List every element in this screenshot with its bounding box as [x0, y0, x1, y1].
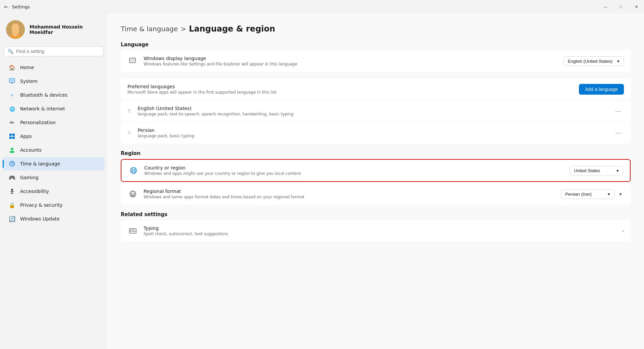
- svg-rect-9: [9, 134, 12, 136]
- chevron-down-icon: ▾: [617, 59, 620, 64]
- breadcrumb-current: Language & region: [189, 24, 275, 34]
- add-language-button[interactable]: Add a language: [579, 84, 624, 95]
- lang-persian-desc: language pack, basic typing: [138, 134, 607, 138]
- chevron-down-icon: ▾: [608, 192, 610, 197]
- regional-format-action: Persian (Iran) ▾ ▾: [561, 189, 624, 199]
- svg-rect-35: [132, 230, 133, 230]
- accounts-icon: [9, 147, 15, 153]
- minimize-button[interactable]: —: [598, 0, 613, 13]
- svg-text:🌐: 🌐: [9, 106, 15, 112]
- country-region-label: Country or region: [144, 165, 564, 170]
- preferred-languages-text: Preferred languages Microsoft Store apps…: [127, 84, 574, 95]
- titlebar: ← Settings — □ ✕: [0, 0, 644, 13]
- sidebar-item-label: Network & internet: [20, 106, 65, 111]
- svg-line-23: [12, 193, 13, 194]
- sidebar-item-label: Gaming: [20, 175, 39, 180]
- lang-english-options-button[interactable]: ⋯: [612, 106, 624, 116]
- country-region-row: Country or region Windows and apps might…: [121, 160, 630, 181]
- related-section-title: Related settings: [121, 211, 631, 217]
- breadcrumb-parent[interactable]: Time & language: [121, 25, 178, 33]
- user-name: Mohammad Hossein Moeidfar: [30, 24, 101, 35]
- user-profile[interactable]: Mohammad Hossein Moeidfar: [0, 13, 107, 45]
- sidebar-item-label: System: [20, 79, 38, 84]
- country-region-value: United States: [574, 168, 600, 173]
- sidebar-item-time-language[interactable]: Time & language: [3, 157, 105, 170]
- breadcrumb: Time & language > Language & region: [121, 24, 631, 34]
- svg-rect-11: [9, 137, 12, 139]
- regional-format-card: Regional format Windows and some apps fo…: [121, 183, 631, 205]
- close-button[interactable]: ✕: [629, 0, 644, 13]
- sidebar-item-personalization[interactable]: ✏️ Personalization: [3, 116, 105, 129]
- country-region-dropdown[interactable]: United States ▾: [570, 166, 623, 176]
- region-section-title: Region: [121, 150, 631, 156]
- sidebar-item-gaming[interactable]: 🎮 Gaming: [3, 171, 105, 184]
- system-icon: [9, 78, 15, 85]
- drag-handle-persian[interactable]: ⠿: [127, 130, 131, 136]
- back-icon[interactable]: ←: [4, 4, 8, 10]
- sidebar-item-bluetooth[interactable]: ⚡ Bluetooth & devices: [3, 88, 105, 102]
- svg-rect-36: [133, 230, 135, 230]
- maximize-button[interactable]: □: [613, 0, 629, 13]
- display-language-row: Windows display language Windows feature…: [121, 50, 631, 72]
- svg-rect-34: [130, 230, 131, 230]
- svg-rect-5: [10, 79, 14, 82]
- lang-english-label: English (United States): [138, 106, 607, 111]
- svg-text:⚡: ⚡: [10, 93, 13, 98]
- search-input[interactable]: [16, 49, 100, 54]
- regional-format-value: Persian (Iran): [565, 192, 592, 197]
- sidebar-item-apps[interactable]: Apps: [3, 130, 105, 143]
- regional-format-row: Regional format Windows and some apps fo…: [121, 183, 631, 205]
- country-region-action: United States ▾: [570, 166, 623, 176]
- main-content: Time & language > Language & region Lang…: [107, 13, 644, 349]
- svg-rect-6: [11, 83, 13, 84]
- sidebar-item-label: Windows Update: [20, 216, 60, 221]
- sidebar-item-network[interactable]: 🌐 Network & internet: [3, 102, 105, 115]
- preferred-languages-label: Preferred languages: [127, 84, 574, 89]
- search-box[interactable]: 🔍: [4, 46, 103, 56]
- sidebar-item-system[interactable]: System: [3, 74, 105, 88]
- svg-rect-25: [130, 59, 135, 62]
- breadcrumb-separator: >: [180, 25, 186, 33]
- bluetooth-icon: ⚡: [9, 92, 15, 98]
- display-language-label: Windows display language: [144, 56, 558, 61]
- display-language-dropdown[interactable]: English (United States) ▾: [564, 56, 624, 66]
- windows-update-icon: 🔄: [9, 215, 15, 222]
- svg-point-19: [11, 189, 13, 191]
- preferred-languages-header: Preferred languages Microsoft Store apps…: [121, 79, 631, 100]
- preferred-languages-card: Preferred languages Microsoft Store apps…: [121, 79, 631, 144]
- sidebar-item-label: Bluetooth & devices: [20, 92, 67, 98]
- country-region-icon: [128, 165, 139, 176]
- display-language-card: Windows display language Windows feature…: [121, 50, 631, 72]
- country-region-desc: Windows and apps might use your country …: [144, 171, 564, 176]
- sidebar-item-label: Personalization: [20, 120, 56, 125]
- sidebar-item-windows-update[interactable]: 🔄 Windows Update: [3, 212, 105, 226]
- privacy-icon: 🔒: [9, 202, 15, 208]
- sidebar-item-label: Apps: [20, 134, 32, 139]
- svg-point-14: [10, 151, 14, 153]
- svg-rect-38: [132, 231, 134, 232]
- display-language-desc: Windows features like Settings and File …: [144, 62, 558, 66]
- svg-rect-12: [12, 137, 15, 139]
- regional-format-label: Regional format: [144, 189, 555, 194]
- regional-format-dropdown[interactable]: Persian (Iran) ▾: [561, 189, 614, 199]
- sidebar-item-home[interactable]: 🏠 Home: [3, 61, 105, 74]
- lang-persian-options-button[interactable]: ⋯: [612, 128, 624, 138]
- sidebar-item-label: Time & language: [20, 161, 60, 166]
- typing-row[interactable]: Typing Spell check, autocorrect, text su…: [121, 220, 631, 242]
- gaming-icon: 🎮: [9, 174, 15, 181]
- typing-text: Typing Spell check, autocorrect, text su…: [144, 226, 616, 236]
- country-region-card: Country or region Windows and apps might…: [121, 159, 631, 182]
- sidebar-item-privacy[interactable]: 🔒 Privacy & security: [3, 198, 105, 212]
- chevron-down-icon: ▾: [616, 168, 619, 173]
- sidebar-item-accounts[interactable]: Accounts: [3, 143, 105, 157]
- drag-handle-english[interactable]: ⠿: [127, 108, 131, 114]
- regional-format-expand-button[interactable]: ▾: [617, 190, 624, 199]
- regional-format-text: Regional format Windows and some apps fo…: [144, 189, 555, 199]
- sidebar-item-accessibility[interactable]: Accessibility: [3, 185, 105, 198]
- time-language-icon: [9, 160, 15, 167]
- lang-persian-row: ⠿ Persian language pack, basic typing ⋯: [121, 122, 631, 144]
- search-icon: 🔍: [8, 49, 13, 54]
- svg-rect-32: [132, 195, 134, 196]
- display-language-action: English (United States) ▾: [564, 56, 624, 66]
- sidebar-item-label: Accessibility: [20, 189, 49, 194]
